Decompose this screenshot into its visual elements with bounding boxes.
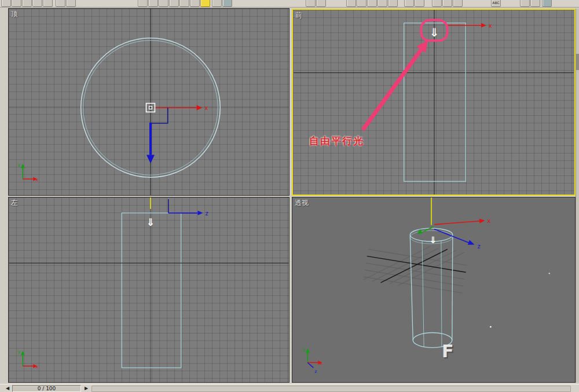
tripod-x-label: x	[320, 361, 323, 366]
perspective-viewport-canvas[interactable]: x z ⇓ y x z	[292, 197, 575, 382]
toolbar-icon[interactable]	[138, 0, 148, 7]
x-axis-arrow[interactable]	[434, 221, 480, 225]
tripod-y-label: y	[17, 162, 20, 167]
toolbar-icon[interactable]	[378, 0, 387, 7]
speck	[549, 273, 550, 274]
annotation-text: 自由平行光	[309, 134, 364, 148]
x-axis-label: x	[487, 218, 490, 224]
toolbar-icon[interactable]	[388, 0, 398, 7]
cylinder-front-outline[interactable]	[404, 23, 466, 182]
cylinder-side-outline[interactable]	[122, 213, 181, 368]
toolbar-icon[interactable]	[520, 0, 530, 7]
x-axis-arrowhead	[481, 23, 486, 28]
x-axis-arrowhead	[479, 219, 485, 224]
viewport-front-label[interactable]: 前	[295, 10, 302, 20]
frame-counter: 0 / 100	[38, 386, 56, 391]
tripod-x-label: x	[35, 364, 38, 369]
toolbar-icon[interactable]	[432, 0, 442, 7]
watermark-letter: F	[442, 341, 454, 361]
toolbar-icon[interactable]	[179, 0, 189, 7]
prev-frame-icon: ◀	[6, 386, 9, 391]
toolbar-icon[interactable]	[12, 0, 21, 7]
tripod-y-arrowhead	[306, 349, 310, 353]
toolbar-icon[interactable]	[169, 0, 179, 7]
top-viewport-canvas[interactable]: x y x	[9, 9, 289, 195]
cylinder-edge	[452, 236, 453, 340]
toolbar-icon[interactable]	[453, 0, 463, 7]
timeline-bar: ◀ 0 / 100 ▶	[0, 384, 579, 392]
toolbar-icon[interactable]	[66, 0, 76, 7]
toolbar-icon[interactable]	[1, 0, 11, 7]
tripod-x-label: x	[35, 177, 38, 182]
directional-light-icon[interactable]: ⇓	[146, 216, 155, 228]
toolbar-icon[interactable]	[346, 0, 356, 7]
viewport-perspective-label[interactable]: 透视	[295, 198, 309, 208]
toolbar-abc-icon[interactable]: ABC	[491, 0, 501, 7]
front-viewport-canvas[interactable]: x ⇓	[293, 10, 574, 195]
tripod-z-axis	[307, 362, 313, 368]
x-axis-label: x	[489, 23, 492, 29]
z-axis-label: z	[478, 243, 481, 250]
toolbar-icon[interactable]	[404, 0, 414, 7]
toolbar-icon[interactable]	[367, 0, 377, 7]
right-scrollbar[interactable]	[576, 9, 579, 383]
tripod-y-label: y	[17, 349, 20, 354]
y-axis-arrowhead	[146, 155, 155, 163]
3dsmax-window: ABC 顶 x y x	[0, 0, 579, 392]
viewport-left-label[interactable]: 左	[11, 198, 18, 208]
x-axis-label: x	[204, 105, 208, 111]
viewport-top-label[interactable]: 顶	[11, 9, 18, 19]
toolbar-icon[interactable]	[43, 0, 53, 7]
main-toolbar: ABC	[0, 0, 579, 8]
axis-corner-handle[interactable]	[152, 108, 168, 123]
z-axis-arrowhead	[197, 211, 203, 215]
directional-light-icon[interactable]: ⇓	[429, 235, 437, 246]
z-axis-arrowhead	[468, 240, 475, 244]
timeline-prev-button[interactable]: ◀	[3, 385, 12, 392]
toolbar-icon[interactable]	[22, 0, 32, 7]
directional-light-icon[interactable]: ⇓	[430, 26, 439, 39]
timeline-track[interactable]	[91, 386, 571, 392]
grid-line	[364, 277, 463, 293]
tripod-y-arrowhead	[21, 164, 25, 168]
next-frame-icon: ▶	[85, 386, 88, 391]
left-viewport-canvas[interactable]: z ⇓ y x	[9, 197, 289, 382]
toolbar-icon[interactable]	[159, 0, 168, 7]
viewport-top[interactable]: 顶 x y x	[8, 8, 290, 196]
toolbar-icon[interactable]	[32, 0, 42, 7]
timeline-next-button[interactable]: ▶	[82, 385, 90, 392]
toolbar-icon[interactable]	[542, 0, 552, 7]
cylinder-segment-line	[441, 241, 442, 347]
toolbar-icon[interactable]	[212, 0, 222, 7]
right-scrollbar-thumb[interactable]	[576, 54, 579, 70]
z-axis-label: z	[205, 210, 208, 217]
cylinder-segment-line	[422, 241, 424, 347]
speck	[490, 326, 492, 328]
toolbar-icon[interactable]	[357, 0, 367, 7]
viewport-perspective[interactable]: 透视 x	[292, 197, 576, 383]
tripod-y-label: y	[302, 347, 305, 352]
toolbar-icon[interactable]	[148, 0, 158, 7]
toolbar-icon[interactable]	[442, 0, 452, 7]
tripod-y-arrowhead	[21, 351, 25, 355]
toolbar-icon[interactable]	[316, 0, 326, 7]
tripod-z-label: z	[314, 369, 317, 374]
annotation-arrow	[363, 48, 423, 130]
viewport-left[interactable]: 左 z ⇓ y x	[8, 197, 290, 383]
viewport-front[interactable]: 前 x ⇓ 自由平行光	[292, 9, 576, 196]
x-axis-arrowhead	[196, 105, 202, 110]
toolbar-icon[interactable]	[306, 0, 316, 7]
toolbar-abc-label: ABC	[492, 1, 499, 5]
toolbar-icon[interactable]	[190, 0, 200, 7]
toolbar-icon[interactable]	[530, 0, 540, 7]
grid-main-axis	[367, 256, 466, 272]
cylinder-edge	[410, 236, 413, 340]
toolbar-icon[interactable]	[415, 0, 424, 7]
toolbar-icon[interactable]	[56, 0, 65, 7]
toolbar-icon[interactable]	[222, 0, 232, 7]
toolbar-icon-active[interactable]	[200, 0, 210, 7]
timeline-frame-field[interactable]: 0 / 100	[12, 385, 81, 392]
y-axis-arrow[interactable]	[423, 227, 433, 232]
